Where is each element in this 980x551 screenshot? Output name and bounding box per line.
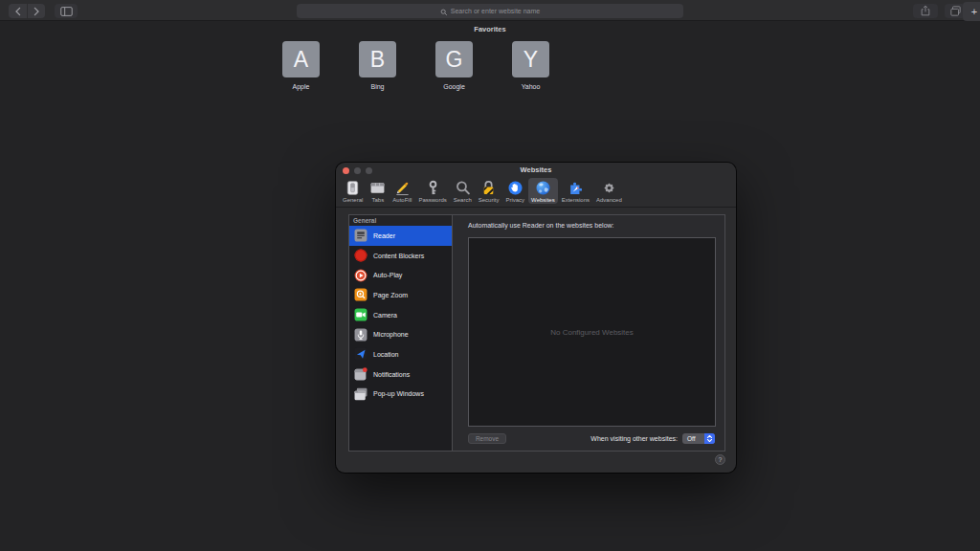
forward-button[interactable] [27,4,45,18]
privacy-icon [507,180,523,196]
websites-sidebar-item-notifications[interactable]: Notifications [349,364,452,385]
help-button[interactable]: ? [715,454,725,465]
empty-list-message: No Configured Websites [550,328,634,337]
prefs-tab-extensions[interactable]: Extensions [559,178,592,204]
prefs-tab-label: Privacy [505,197,524,203]
prefs-tab-label: Extensions [562,197,590,203]
sidebar-icon [60,3,73,20]
prefs-tab-tabs[interactable]: Tabs [367,178,389,204]
prefs-tab-search[interactable]: Search [451,178,475,204]
other-websites-setting: When visiting other websites: Off [590,433,715,445]
chevron-up-down-icon [704,433,715,445]
security-icon [480,180,497,196]
new-tab-icon: + [971,6,977,17]
remove-button[interactable]: Remove [468,433,506,445]
websites-icon [535,180,551,196]
favorite-tile-letter: B [359,41,396,77]
autoplay-icon [354,269,368,282]
favorite-tile-letter: G [435,41,473,77]
sidebar-toggle-button[interactable] [55,4,78,18]
prefs-tab-passwords[interactable]: Passwords [415,178,449,204]
preferences-titlebar[interactable]: Websites [336,163,736,177]
sidebar-item-label: Microphone [373,331,409,338]
sidebar-item-label: Location [373,351,398,358]
tabs-icon [369,180,386,196]
websites-sidebar-item-location[interactable]: Location [349,344,452,364]
prefs-tab-label: Advanced [596,197,622,203]
back-button[interactable] [9,4,27,18]
favorite-apple[interactable]: AApple [282,41,320,90]
advanced-icon [601,180,617,196]
extensions-icon [568,180,584,196]
microphone-icon [354,328,368,342]
camera-icon [354,308,368,321]
preferences-toolbar: GeneralTabsAutoFillPasswordsSearchSecuri… [336,177,736,208]
share-button[interactable] [913,4,938,18]
favorite-label: Google [443,83,465,90]
sidebar-item-label: Reader [373,232,395,239]
prefs-tab-security[interactable]: Security [476,178,502,204]
favorite-tile-letter: A [282,41,320,77]
new-tab-button[interactable]: + [963,2,980,21]
browser-toolbar: Search or enter website name + [0,0,980,21]
sidebar-item-label: Notifications [373,371,410,378]
prefs-tab-general[interactable]: General [340,178,366,204]
page-zoom-icon [354,288,368,301]
location-icon [354,347,368,361]
address-bar[interactable]: Search or enter website name [297,4,683,18]
share-icon [921,3,930,20]
notifications-icon [354,367,368,381]
websites-sidebar: General ReaderContent BlockersAuto-PlayP… [349,215,453,451]
other-websites-label: When visiting other websites: [590,435,678,442]
prefs-tab-label: Security [479,197,500,203]
prefs-tab-websites[interactable]: Websites [528,178,558,204]
prefs-tab-label: Tabs [372,197,385,203]
content-blockers-icon [354,249,368,262]
favorite-tile-letter: Y [512,41,549,77]
popup-selected-value: Off [687,433,696,445]
websites-sidebar-item-camera[interactable]: Camera [349,305,452,325]
window-title: Websites [336,163,736,177]
sidebar-item-label: Auto-Play [373,272,402,278]
sidebar-group-header: General [349,215,452,226]
reader-icon [354,229,368,242]
prefs-tab-label: Passwords [418,197,446,203]
reader-detail-pane: Automatically use Reader on the websites… [453,215,724,451]
prefs-tab-advanced[interactable]: Advanced [593,178,625,204]
favorites-heading: Favorites [0,25,980,33]
favorite-label: Yahoo [522,83,541,90]
forward-icon [33,4,40,18]
prefs-tab-label: Search [454,197,472,203]
back-icon [14,4,22,18]
favorite-yahoo[interactable]: YYahoo [512,41,549,90]
tabs-overview-icon [950,3,961,20]
passwords-icon [425,180,441,196]
websites-sidebar-item-pop-up-windows[interactable]: Pop-up Windows [349,385,452,405]
favorites-grid: AAppleBBingGGoogleYYahoo [282,41,549,90]
address-bar-placeholder: Search or enter website name [451,8,540,14]
history-nav-group [9,4,45,18]
sidebar-item-label: Content Blockers [373,253,424,259]
favorite-google[interactable]: GGoogle [435,41,473,90]
favorite-label: Apple [293,83,310,90]
prefs-tab-autofill[interactable]: AutoFill [390,178,414,204]
detail-heading: Automatically use Reader on the websites… [468,222,614,229]
websites-sidebar-item-microphone[interactable]: Microphone [349,324,452,344]
favorite-bing[interactable]: BBing [359,41,396,90]
prefs-tab-privacy[interactable]: Privacy [502,178,527,204]
prefs-tab-label: General [343,197,363,203]
sidebar-item-label: Page Zoom [373,292,408,298]
popup-windows-icon [354,387,368,401]
configured-websites-list[interactable]: No Configured Websites [468,237,716,427]
websites-sidebar-item-reader[interactable]: Reader [349,226,452,246]
sidebar-item-label: Pop-up Windows [373,390,424,397]
favorite-label: Bing [370,83,384,90]
search-icon [455,180,471,196]
websites-sidebar-item-page-zoom[interactable]: Page Zoom [349,285,452,305]
other-websites-popup[interactable]: Off [682,433,715,445]
websites-sidebar-item-auto-play[interactable]: Auto-Play [349,265,452,285]
websites-pane: General ReaderContent BlockersAuto-PlayP… [348,214,725,452]
sidebar-item-label: Camera [373,312,397,319]
prefs-tab-label: AutoFill [392,197,412,203]
websites-sidebar-item-content-blockers[interactable]: Content Blockers [349,246,452,266]
